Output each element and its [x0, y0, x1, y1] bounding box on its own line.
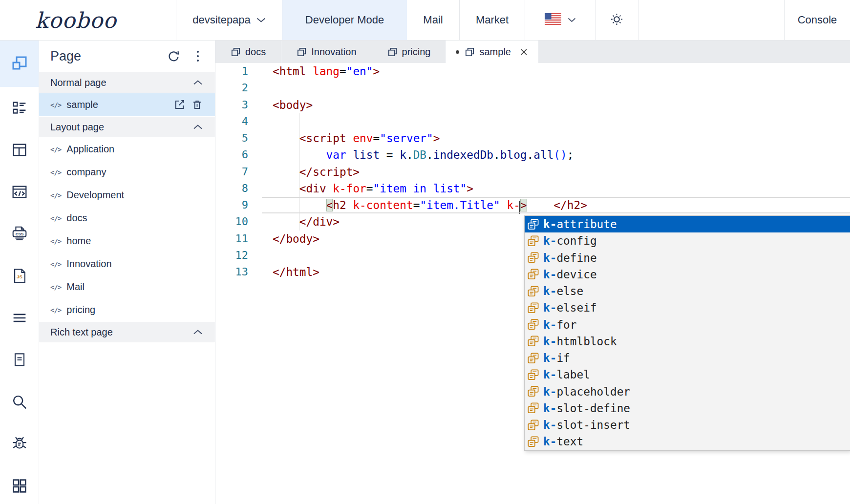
- suggestion-item-k-slot-insert[interactable]: k-slot-insert: [525, 417, 850, 433]
- suggestion-item-k-config[interactable]: k-config: [525, 232, 850, 249]
- rail-item-search[interactable]: [0, 381, 39, 423]
- page-item-development[interactable]: </>Development: [39, 184, 215, 207]
- more-options-button[interactable]: [195, 49, 201, 63]
- code-line-8[interactable]: 8 <div k-for="item in list">: [215, 180, 850, 197]
- site-switcher[interactable]: devsitepapa: [176, 0, 282, 40]
- snippet-icon: [527, 369, 539, 381]
- code-tag-icon: </>: [50, 237, 61, 245]
- page-item-label: docs: [66, 212, 87, 224]
- rail-item-css[interactable]: CSS: [0, 213, 39, 255]
- svg-text:JS: JS: [17, 274, 22, 279]
- item-actions: [174, 99, 203, 110]
- nav-item-mail[interactable]: Mail: [407, 0, 460, 40]
- rail-item-pages[interactable]: [0, 41, 39, 87]
- edit-icon[interactable]: [174, 99, 185, 110]
- nav-item-market[interactable]: Market: [460, 0, 525, 40]
- layout-icon: [10, 141, 29, 159]
- code-tag-icon: </>: [50, 191, 61, 199]
- nav-item-label: Developer Mode: [305, 14, 384, 26]
- content-icon: [10, 99, 29, 117]
- tab-sample[interactable]: sample: [446, 41, 538, 63]
- line-number: 8: [215, 180, 273, 197]
- rail-item-modules[interactable]: [0, 465, 39, 504]
- rail-item-content[interactable]: [0, 87, 39, 129]
- suggestion-item-k-device[interactable]: k-device: [525, 266, 850, 283]
- code-line-3[interactable]: 3<body>: [215, 97, 850, 113]
- page-item-company[interactable]: </>company: [39, 161, 215, 184]
- section-header-layout-page[interactable]: Layout page: [39, 116, 215, 138]
- suggestion-label: k-else: [543, 285, 583, 297]
- snippet-icon: [527, 268, 539, 280]
- kooboo-logo[interactable]: kooboo: [0, 0, 176, 40]
- code-text: <script env="server">: [273, 130, 440, 147]
- page-item-pricing[interactable]: </>pricing: [39, 298, 215, 321]
- rail-item-layout[interactable]: [0, 129, 39, 171]
- suggestion-item-k-if[interactable]: k-if: [525, 350, 850, 366]
- nav-item-label: Market: [476, 14, 509, 26]
- page-item-label: Mail: [66, 281, 85, 293]
- tab-pricing[interactable]: pricing: [372, 41, 446, 63]
- page-item-docs[interactable]: </>docs: [39, 207, 215, 230]
- suggestion-item-k-elseif[interactable]: k-elseif: [525, 299, 850, 316]
- rail-item-debug[interactable]: [0, 423, 39, 465]
- section-header-normal-page[interactable]: Normal page: [39, 72, 215, 93]
- chevron-up-icon: [193, 125, 202, 129]
- suggestion-label: k-for: [543, 318, 577, 331]
- rail-item-menu[interactable]: [0, 297, 39, 339]
- page-item-mail[interactable]: </>Mail: [39, 275, 215, 298]
- line-number: 13: [215, 264, 273, 280]
- suggestion-item-k-placeholder[interactable]: k-placeholder: [525, 383, 850, 400]
- autocomplete-dropdown: k-attributek-configk-definek-devicek-els…: [524, 215, 850, 451]
- menu-icon: [10, 309, 29, 327]
- nav-item-developer-mode[interactable]: Developer Mode: [282, 0, 407, 40]
- line-number: 1: [215, 63, 273, 80]
- svg-text:CSS: CSS: [15, 232, 23, 236]
- suggestion-item-k-attribute[interactable]: k-attribute: [525, 216, 850, 232]
- page-panel: Page Normal page</>sampleLayout page</>A…: [39, 41, 215, 504]
- page-item-label: sample: [66, 99, 98, 110]
- page-list: Normal page</>sampleLayout page</>Applic…: [39, 72, 215, 343]
- rail-item-form[interactable]: [0, 339, 39, 381]
- suggestion-item-k-for[interactable]: k-for: [525, 316, 850, 333]
- tab-innovation[interactable]: Innovation: [281, 41, 372, 63]
- console-button[interactable]: Console: [785, 0, 850, 40]
- language-switcher[interactable]: [525, 0, 595, 40]
- page-item-application[interactable]: </>Application: [39, 138, 215, 161]
- chevron-down-icon: [568, 18, 576, 22]
- refresh-button[interactable]: [167, 50, 180, 63]
- unsaved-dot: [456, 50, 459, 54]
- code-line-5[interactable]: 5 <script env="server">: [215, 130, 850, 147]
- suggestion-label: k-define: [543, 252, 597, 264]
- tab-label: docs: [245, 46, 266, 58]
- code-line-6[interactable]: 6 var list = k.DB.indexedDb.blog.all();: [215, 147, 850, 163]
- code-line-9[interactable]: 9 <h2 k-content="item.Title" k-> </h2>: [215, 197, 850, 213]
- page-item-innovation[interactable]: </>Innovation: [39, 252, 215, 275]
- code-text: </div>: [273, 213, 340, 230]
- line-number: 7: [215, 164, 273, 180]
- delete-icon[interactable]: [191, 99, 203, 110]
- code-line-7[interactable]: 7 </script>: [215, 164, 850, 180]
- suggestion-item-k-htmlblock[interactable]: k-htmlblock: [525, 333, 850, 350]
- snippet-icon: [527, 335, 539, 347]
- close-icon[interactable]: [519, 47, 529, 57]
- suggestion-item-k-label[interactable]: k-label: [525, 366, 850, 383]
- suggestion-label: k-attribute: [543, 218, 617, 231]
- rail-item-js[interactable]: JS: [0, 255, 39, 297]
- page-copy-icon: [387, 47, 398, 57]
- suggestion-item-k-slot-define[interactable]: k-slot-define: [525, 400, 850, 417]
- theme-toggle[interactable]: [595, 0, 638, 40]
- snippet-icon: [527, 352, 539, 364]
- page-item-sample[interactable]: </>sample: [39, 93, 215, 116]
- suggestion-item-k-define[interactable]: k-define: [525, 250, 850, 266]
- tab-docs[interactable]: docs: [215, 41, 281, 63]
- page-item-home[interactable]: </>home: [39, 230, 215, 252]
- section-header-rich-text-page[interactable]: Rich text page: [39, 321, 215, 343]
- page-copy-icon: [231, 47, 241, 57]
- suggestion-label: k-slot-insert: [543, 419, 630, 431]
- code-line-1[interactable]: 1<html lang="en">: [215, 63, 850, 80]
- suggestion-item-k-text[interactable]: k-text: [525, 433, 850, 450]
- suggestion-item-k-else[interactable]: k-else: [525, 283, 850, 299]
- code-line-4[interactable]: 4: [215, 113, 850, 130]
- code-line-2[interactable]: 2: [215, 80, 850, 96]
- rail-item-code[interactable]: [0, 171, 39, 213]
